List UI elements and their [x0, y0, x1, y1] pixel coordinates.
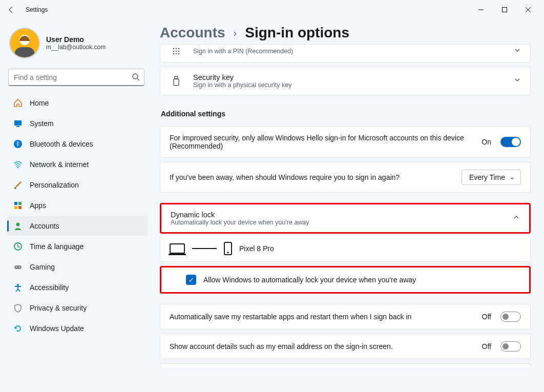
- chevron-down-icon: [514, 76, 521, 86]
- avatar: [9, 28, 40, 58]
- nav-bluetooth[interactable]: Bluetooth & devices: [7, 134, 148, 154]
- svg-point-21: [19, 267, 20, 268]
- allow-autolock-label: Allow Windows to automatically lock your…: [203, 276, 416, 284]
- maximize-button[interactable]: [493, 2, 516, 17]
- nav-system[interactable]: System: [7, 114, 148, 133]
- wifi-icon: [13, 160, 23, 169]
- nav-label: Time & language: [30, 242, 83, 251]
- additional-settings-heading: Additional settings: [161, 110, 531, 118]
- svg-point-20: [16, 267, 17, 268]
- toggle-state-label: On: [482, 138, 491, 146]
- require-signin-text: If you've been away, when should Windows…: [170, 173, 454, 181]
- close-button[interactable]: [516, 2, 540, 17]
- minimize-button[interactable]: [469, 2, 493, 17]
- nav-home[interactable]: Home: [7, 93, 148, 113]
- nav-gaming[interactable]: Gaming: [7, 257, 148, 277]
- svg-rect-15: [14, 206, 17, 209]
- svg-line-7: [137, 78, 139, 80]
- svg-point-27: [176, 51, 177, 52]
- breadcrumb: Accounts › Sign-in options: [160, 25, 531, 41]
- nav-label: Gaming: [30, 263, 55, 271]
- nav-privacy[interactable]: Privacy & security: [7, 298, 148, 318]
- svg-point-26: [173, 51, 175, 52]
- require-signin-select[interactable]: Every Time: [462, 170, 521, 185]
- allow-autolock-checkbox[interactable]: ✓: [186, 275, 196, 285]
- nav-label: Personalization: [30, 181, 79, 189]
- update-icon: [13, 324, 23, 333]
- svg-point-31: [178, 53, 180, 55]
- system-icon: [13, 119, 23, 128]
- brush-icon: [13, 180, 23, 190]
- paired-device-name: Pixel 8 Pro: [239, 244, 274, 253]
- laptop-icon: [170, 243, 185, 254]
- hello-only-row: For improved security, only allow Window…: [160, 126, 531, 158]
- search-input[interactable]: [8, 69, 144, 86]
- phone-icon: [224, 242, 232, 255]
- hello-only-toggle[interactable]: [500, 137, 521, 147]
- svg-point-24: [176, 48, 177, 50]
- restart-apps-toggle[interactable]: [500, 312, 521, 322]
- nav-label: System: [30, 119, 54, 128]
- svg-rect-33: [174, 79, 179, 86]
- chevron-up-icon: [513, 214, 520, 223]
- nav-label: Windows Update: [30, 324, 84, 333]
- svg-point-22: [17, 284, 19, 286]
- svg-rect-5: [15, 47, 34, 57]
- dynamic-lock-header[interactable]: Dynamic lock Automatically lock your dev…: [160, 203, 531, 234]
- chevron-right-icon: ›: [234, 27, 237, 39]
- svg-rect-32: [175, 76, 178, 79]
- svg-rect-9: [16, 126, 19, 127]
- svg-point-23: [173, 48, 175, 50]
- profile-email: m__lab@outlook.com: [46, 44, 106, 51]
- nav-label: Bluetooth & devices: [30, 140, 93, 148]
- nav-label: Accessibility: [30, 283, 69, 292]
- dynamic-lock-subtitle: Automatically lock your device when you'…: [171, 219, 508, 226]
- svg-point-25: [178, 48, 180, 50]
- hello-only-text: For improved security, only allow Window…: [170, 134, 474, 150]
- search-icon: [132, 73, 140, 83]
- show-account-details-toggle[interactable]: [500, 341, 521, 352]
- apps-icon: [13, 201, 23, 210]
- restart-apps-row: Automatically save my restartable apps a…: [160, 304, 531, 329]
- nav-label: Accounts: [30, 222, 59, 230]
- show-account-details-row: Show account details such as my email ad…: [160, 334, 531, 359]
- nav-time[interactable]: Time & language: [7, 237, 148, 256]
- page-title: Sign-in options: [245, 25, 349, 41]
- svg-point-17: [16, 223, 20, 226]
- back-button[interactable]: [4, 3, 18, 17]
- home-icon: [13, 98, 23, 108]
- nav-apps[interactable]: Apps: [7, 196, 148, 215]
- svg-point-11: [17, 167, 19, 169]
- shield-icon: [13, 303, 23, 313]
- pin-option-row[interactable]: Sign in with a PIN (Recommended): [160, 44, 531, 63]
- svg-point-30: [176, 53, 177, 55]
- toggle-state-label: Off: [482, 313, 491, 321]
- nav-accounts[interactable]: Accounts: [7, 216, 148, 236]
- nav-accessibility[interactable]: Accessibility: [7, 278, 148, 297]
- security-key-title: Security key: [193, 73, 509, 81]
- breadcrumb-parent[interactable]: Accounts: [160, 25, 225, 41]
- bluetooth-icon: [13, 139, 23, 149]
- profile-block[interactable]: User Demo m__lab@outlook.com: [7, 25, 148, 68]
- nav-label: Home: [30, 99, 49, 107]
- security-key-row[interactable]: Security key Sign in with a physical sec…: [160, 67, 531, 95]
- nav-personalization[interactable]: Personalization: [7, 175, 148, 195]
- require-signin-row: If you've been away, when should Windows…: [160, 162, 531, 193]
- partial-next-row: [160, 363, 531, 367]
- chevron-down-icon: [514, 47, 521, 56]
- window-title: Settings: [26, 6, 48, 13]
- pin-keypad-icon: [170, 47, 183, 56]
- restart-apps-text: Automatically save my restartable apps a…: [170, 313, 475, 321]
- nav-update[interactable]: Windows Update: [7, 319, 148, 338]
- toggle-state-label: Off: [482, 342, 491, 350]
- nav-network[interactable]: Network & internet: [7, 155, 148, 174]
- svg-rect-8: [14, 120, 22, 126]
- svg-rect-14: [18, 202, 22, 205]
- allow-autolock-row[interactable]: ✓ Allow Windows to automatically lock yo…: [160, 266, 531, 294]
- pin-subtitle: Sign in with a PIN (Recommended): [193, 48, 509, 55]
- usb-key-icon: [170, 75, 183, 87]
- svg-point-28: [178, 51, 180, 52]
- svg-rect-13: [14, 202, 17, 205]
- svg-rect-19: [14, 265, 22, 269]
- svg-point-29: [173, 53, 175, 55]
